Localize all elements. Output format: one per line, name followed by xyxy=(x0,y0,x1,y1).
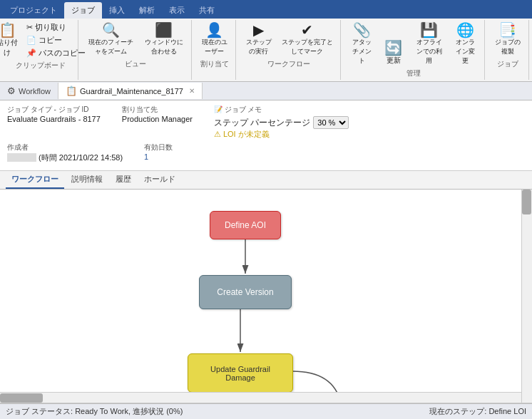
scrollbar-thumb-v[interactable] xyxy=(522,190,531,214)
tab-insert[interactable]: 挿入 xyxy=(102,2,132,19)
update-label: 更新 xyxy=(387,56,401,66)
zoom-feature-button[interactable]: 🔍 現在のフィーチャをズーム xyxy=(84,21,138,58)
tab-job[interactable]: ジョブ xyxy=(64,2,102,19)
status-left: ジョブ ステータス: Ready To Work, 進捗状況 (0%) xyxy=(6,406,183,417)
run-step-label: ステップの実行 xyxy=(245,38,272,56)
node-define-aoi[interactable]: Define AOI xyxy=(210,211,281,239)
tab-project[interactable]: プロジェクト xyxy=(3,2,64,19)
node-create-version[interactable]: Create Version xyxy=(199,275,292,309)
update-button[interactable]: 🔄 更新 xyxy=(379,39,408,67)
attachment-label: アタッチメント xyxy=(349,38,374,66)
run-step-icon: ▶ xyxy=(253,23,264,37)
scrollbar-thumb-h[interactable] xyxy=(0,393,43,403)
paste-button[interactable]: 📋 貼り付け xyxy=(0,21,21,59)
view-group-label: ビュー xyxy=(125,59,146,69)
ribbon-group-workflow: ▶ ステップの実行 ✔ ステップを完了としてマーク ワークフロー xyxy=(237,20,341,80)
cut-button[interactable]: ✂切り取り xyxy=(24,21,88,33)
sub-tab-hold[interactable]: ホールド xyxy=(138,171,181,189)
valid-days-cell: 有効日数 1 xyxy=(144,143,173,163)
ribbon-group-clipboard: 📋 貼り付け ✂切り取り 📄コピー 📌パスのコピー クリップボード xyxy=(3,20,78,80)
tab-view[interactable]: 表示 xyxy=(162,2,192,19)
loi-warning: ⚠ LOI が未定義 xyxy=(214,129,349,140)
step-pct-row: ステップ パーセンテージ 30 % xyxy=(214,116,349,129)
current-user-label: 現在のユーザー xyxy=(200,38,228,56)
management-group-label: 管理 xyxy=(406,68,421,78)
sub-tab-bar: ワークフロー 説明情報 履歴 ホールド xyxy=(0,171,532,190)
status-right: 現在のステップ: Define LOI xyxy=(429,406,526,417)
job-type-label: ジョブ タイプ - ジョブ ID xyxy=(7,105,101,115)
author-label: 作成者 xyxy=(7,143,123,152)
sub-tab-description[interactable]: 説明情報 xyxy=(66,171,108,189)
clone-job-button[interactable]: 📑 ジョブの複製 xyxy=(491,21,524,58)
sub-tab-workflow[interactable]: ワークフロー xyxy=(6,171,64,189)
zoom-feature-icon: 🔍 xyxy=(102,23,120,37)
job-items: 📑 ジョブの複製 xyxy=(491,21,524,58)
author-value: (時間 2021/10/22 14:58) xyxy=(7,152,123,163)
job-type-cell: ジョブ タイプ - ジョブ ID Evaluate Guardrails - 8… xyxy=(7,105,101,140)
clone-job-label: ジョブの複製 xyxy=(493,38,521,56)
guardrail-tab-icon: 📋 xyxy=(66,86,77,96)
memo-cell: 📝 ジョブ メモ ステップ パーセンテージ 30 % ⚠ LOI が未定義 xyxy=(214,105,349,140)
memo-label: 📝 ジョブ メモ xyxy=(214,105,349,115)
scrollbar-horizontal[interactable] xyxy=(0,392,521,403)
author-name xyxy=(7,153,36,162)
guardrail-tab-close[interactable]: ✕ xyxy=(189,87,195,95)
node-create-version-label: Create Version xyxy=(217,287,273,297)
job-info-panel: ジョブ タイプ - ジョブ ID Evaluate Guardrails - 8… xyxy=(0,100,532,171)
offline-label: オフラインでの利用 xyxy=(414,38,444,66)
ribbon: プロジェクト ジョブ 挿入 解析 表示 共有 xyxy=(0,0,532,19)
workflow-canvas-container: Define AOI Create Version Update Guardra… xyxy=(0,190,532,403)
node-update-guardrail[interactable]: Update Guardrail Damage xyxy=(188,353,293,393)
ribbon-group-view: 🔍 現在のフィーチャをズーム ⬛ ウィンドウに合わせる ビュー xyxy=(80,20,192,80)
copy-icon: 📄 xyxy=(26,36,36,45)
valid-days-value[interactable]: 1 xyxy=(144,152,173,161)
paste-icon: 📋 xyxy=(0,23,16,37)
fit-window-icon: ⬛ xyxy=(155,23,173,37)
document-tab-bar: ⚙ Workflow 📋 Guardrail_Maintenance_8177 … xyxy=(0,82,532,100)
sub-tab-history[interactable]: 履歴 xyxy=(110,171,137,189)
online-button[interactable]: 🌐 オンライン変更 xyxy=(450,21,480,67)
clone-job-icon: 📑 xyxy=(498,23,516,37)
workflow-tab-icon: ⚙ xyxy=(7,86,16,96)
tab-share[interactable]: 共有 xyxy=(192,2,222,19)
copy-button[interactable]: 📄コピー xyxy=(24,34,88,46)
workflow-tab-label: Workflow xyxy=(19,87,51,95)
job-type-value: Evaluate Guardrails - 8177 xyxy=(7,115,101,123)
step-pct-label: ステップ パーセンテージ xyxy=(214,117,310,129)
scrollbar-vertical[interactable] xyxy=(521,190,532,403)
job-group-label: ジョブ xyxy=(497,59,518,69)
assign-value: Production Manager xyxy=(122,115,193,123)
memo-icon: 📝 xyxy=(214,105,222,113)
doc-tab-workflow[interactable]: ⚙ Workflow xyxy=(0,83,58,99)
workflow-items: ▶ ステップの実行 ✔ ステップを完了としてマーク xyxy=(242,21,336,58)
paste-label: 貼り付け xyxy=(0,38,19,58)
attachment-icon: 📎 xyxy=(353,23,371,37)
doc-tab-guardrail[interactable]: 📋 Guardrail_Maintenance_8177 ✕ xyxy=(58,83,203,99)
mark-complete-label: ステップを完了としてマーク xyxy=(281,38,333,56)
node-update-guardrail-label: Update Guardrail Damage xyxy=(210,365,270,382)
fit-window-label: ウィンドウに合わせる xyxy=(144,38,184,56)
ribbon-group-job: 📑 ジョブの複製 ジョブ xyxy=(486,20,529,80)
warning-icon: ⚠ xyxy=(214,130,221,139)
tab-analyze[interactable]: 解析 xyxy=(132,2,162,19)
cut-icon: ✂ xyxy=(26,23,33,32)
step-pct-select[interactable]: 30 % xyxy=(313,116,349,129)
mark-complete-button[interactable]: ✔ ステップを完了としてマーク xyxy=(278,21,336,58)
attachment-button[interactable]: 📎 アタッチメント xyxy=(347,21,377,67)
guardrail-tab-label: Guardrail_Maintenance_8177 xyxy=(80,87,183,95)
offline-button[interactable]: 💾 オフラインでの利用 xyxy=(411,21,447,67)
assign-group-label: 割り当て xyxy=(200,59,229,69)
current-user-button[interactable]: 👤 現在のユーザー xyxy=(198,21,231,58)
author-note: (時間 2021/10/22 14:58) xyxy=(39,153,123,162)
copy-path-label: パスのコピー xyxy=(39,48,86,58)
current-user-icon: 👤 xyxy=(205,23,223,37)
valid-days-label: 有効日数 xyxy=(144,143,173,152)
ribbon-group-management: 📎 アタッチメント 🔄 更新 💾 オフラインでの利用 🌐 オンライン変更 管理 xyxy=(342,20,485,80)
copy-label: コピー xyxy=(39,35,62,46)
fit-window-button[interactable]: ⬛ ウィンドウに合わせる xyxy=(141,21,187,58)
ribbon-group-assign: 👤 現在のユーザー 割り当て xyxy=(193,20,236,80)
copy-path-button[interactable]: 📌パスのコピー xyxy=(24,47,88,59)
online-label: オンライン変更 xyxy=(453,38,477,66)
run-step-button[interactable]: ▶ ステップの実行 xyxy=(242,21,275,58)
offline-icon: 💾 xyxy=(420,23,438,37)
